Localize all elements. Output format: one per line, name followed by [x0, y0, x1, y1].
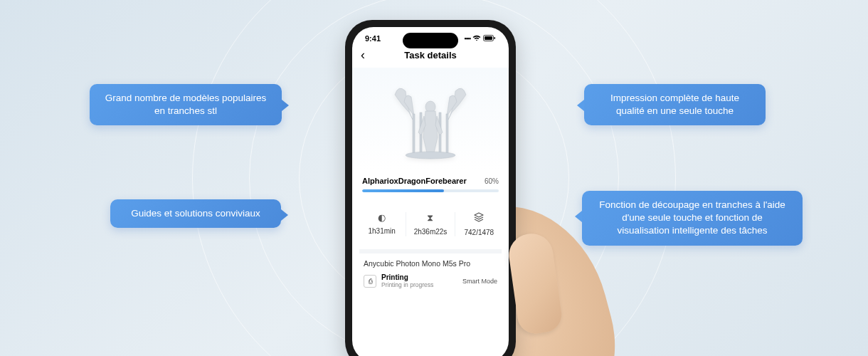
status-time: 9:41 — [365, 34, 381, 43]
progress-percent: 60% — [485, 177, 499, 185]
stat-layers: 742/1478 — [455, 212, 503, 236]
print-mode: Smart Mode — [462, 278, 497, 285]
print-status-row: ⎙ Printing Printing in progress Smart Mo… — [364, 273, 497, 288]
phone-screen: 9:41 ▪▪▪▪ ‹ Task details — [352, 27, 509, 356]
svg-rect-1 — [485, 36, 492, 40]
phone-notch — [403, 33, 458, 48]
print-status-title: Printing — [381, 273, 433, 281]
phone-mockup: 9:41 ▪▪▪▪ ‹ Task details — [345, 20, 523, 356]
callout-popular-models: Grand nombre de modèles populaires en tr… — [90, 84, 282, 125]
file-name: AlpharioxDragonForebearer — [362, 177, 467, 185]
hourglass-icon: ⧗ — [427, 212, 433, 224]
stat-remaining: ⧗ 2h36m22s — [406, 212, 455, 236]
print-status-icon: ⎙ — [364, 275, 376, 288]
svg-rect-3 — [413, 114, 415, 153]
remaining-value: 2h36m22s — [414, 228, 448, 236]
model-preview — [352, 68, 509, 171]
svg-point-8 — [406, 152, 455, 159]
progress-section: AlpharioxDragonForebearer 60% — [352, 171, 509, 199]
page-title: Task details — [404, 50, 456, 61]
signal-icon: ▪▪▪▪ — [464, 35, 470, 42]
wifi-icon — [472, 34, 481, 43]
clock-icon: ◐ — [378, 212, 386, 223]
svg-rect-2 — [494, 37, 496, 39]
battery-icon — [483, 34, 496, 43]
printer-name: Anycubic Photon Mono M5s Pro — [364, 259, 497, 268]
callout-one-touch-print: Impression complète de haute qualité en … — [584, 84, 766, 125]
layers-icon — [474, 212, 484, 224]
back-button[interactable]: ‹ — [361, 48, 365, 63]
callout-guides: Guides et solutions conviviaux — [110, 199, 281, 228]
svg-point-7 — [425, 101, 435, 112]
progress-bar — [362, 189, 499, 192]
model-thumbnail — [384, 77, 477, 162]
progress-fill — [362, 189, 444, 192]
screen-header: ‹ Task details — [352, 46, 509, 68]
callout-slicing-visualization: Fonction de découpage en tranches à l'ai… — [582, 191, 803, 246]
stat-elapsed: ◐ 1h31min — [358, 212, 406, 236]
svg-rect-6 — [446, 114, 448, 153]
status-icons: ▪▪▪▪ — [464, 34, 496, 43]
layers-value: 742/1478 — [464, 229, 494, 236]
print-status-sub: Printing in progress — [381, 281, 433, 288]
stats-row: ◐ 1h31min ⧗ 2h36m22s 742/1478 — [358, 206, 503, 242]
printer-section: Anycubic Photon Mono M5s Pro ⎙ Printing … — [359, 249, 502, 294]
elapsed-value: 1h31min — [368, 227, 395, 235]
